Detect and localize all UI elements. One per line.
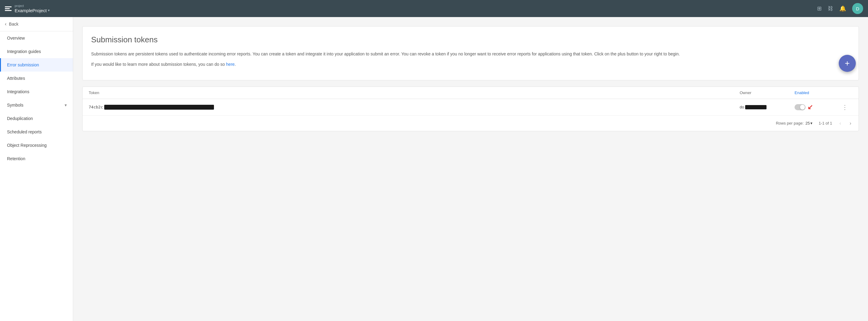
col-header-owner: Owner	[740, 91, 795, 95]
next-page-button[interactable]: ›	[848, 119, 852, 127]
token-prefix: 74cb2c	[89, 105, 103, 109]
toggle-knob	[800, 105, 805, 110]
tokens-table: Token Owner Enabled 74cb2c do	[82, 87, 859, 131]
logo-bar-3	[5, 10, 11, 11]
sidebar-item-integrations[interactable]: Integrations	[0, 85, 73, 98]
enabled-toggle[interactable]	[795, 104, 806, 110]
sidebar-item-scheduled-reports[interactable]: Scheduled reports	[0, 125, 73, 138]
top-navigation: project ExampleProject ▾ ⊞ ⛓ 🔔 D	[0, 0, 868, 17]
sidebar: ‹ Back Overview Integration guides Error…	[0, 17, 73, 321]
bell-icon[interactable]: 🔔	[839, 5, 846, 12]
owner-prefix: do	[740, 105, 744, 109]
content-area: Submission tokens Submission tokens are …	[73, 17, 868, 321]
owner-redacted	[745, 105, 767, 109]
rows-per-page-select[interactable]: 25 ▾	[806, 121, 812, 126]
topnav-right: ⊞ ⛓ 🔔 D	[817, 3, 863, 14]
logo-button[interactable]	[5, 6, 11, 11]
token-value: 74cb2c	[89, 105, 740, 110]
here-link[interactable]: here	[226, 62, 235, 67]
sidebar-item-error-submission[interactable]: Error submission	[0, 58, 73, 71]
token-redacted	[104, 105, 214, 110]
sidebar-item-integration-guides[interactable]: Integration guides	[0, 45, 73, 58]
chevron-down-icon: ▾	[810, 121, 812, 126]
sidebar-back-button[interactable]: ‹ Back	[0, 17, 73, 31]
chevron-down-icon: ▾	[48, 8, 50, 12]
table-row: 74cb2c do ↙ ⋮	[83, 99, 859, 116]
table-header: Token Owner Enabled	[83, 87, 859, 99]
toggle-container: ↙	[795, 103, 837, 111]
sidebar-nav: Overview Integration guides Error submis…	[0, 31, 73, 165]
sidebar-item-deduplication[interactable]: Deduplication	[0, 112, 73, 125]
logo-bar-1	[5, 6, 11, 7]
sidebar-item-object-reprocessing[interactable]: Object Reprocessing	[0, 138, 73, 152]
main-layout: ‹ Back Overview Integration guides Error…	[0, 17, 868, 321]
description-card: Submission tokens Submission tokens are …	[82, 26, 859, 81]
rows-per-page-label: Rows per page:	[776, 121, 804, 126]
description-paragraph-1: Submission tokens are persistent tokens …	[91, 51, 850, 57]
avatar[interactable]: D	[852, 3, 863, 14]
project-label: project	[14, 4, 50, 8]
chevron-down-icon: ▾	[65, 103, 67, 107]
page-title: Submission tokens	[91, 35, 850, 44]
pagination: Rows per page: 25 ▾ 1-1 of 1 ‹ ›	[83, 116, 859, 131]
prev-page-button[interactable]: ‹	[838, 119, 842, 127]
project-name[interactable]: ExampleProject ▾	[14, 8, 50, 13]
page-info: 1-1 of 1	[818, 121, 832, 126]
grid-icon[interactable]: ⊞	[817, 5, 822, 12]
logo-bar-2	[5, 8, 10, 9]
add-token-fab[interactable]: +	[839, 55, 856, 72]
project-info: project ExampleProject ▾	[14, 4, 50, 13]
description-paragraph-2: If you would like to learn more about su…	[91, 61, 850, 68]
back-arrow-icon: ‹	[5, 21, 6, 27]
col-header-token: Token	[89, 91, 740, 95]
link-icon[interactable]: ⛓	[828, 5, 833, 12]
red-arrow-indicator: ↙	[807, 103, 813, 111]
sidebar-item-overview[interactable]: Overview	[0, 31, 73, 45]
back-label: Back	[9, 22, 18, 27]
owner-value: do	[740, 105, 795, 109]
sidebar-item-attributes[interactable]: Attributes	[0, 71, 73, 85]
rows-per-page: Rows per page: 25 ▾	[776, 121, 813, 126]
col-header-enabled: Enabled	[795, 91, 837, 95]
sidebar-item-symbols[interactable]: Symbols ▾	[0, 98, 73, 112]
sidebar-item-retention[interactable]: Retention	[0, 152, 73, 165]
topnav-left: project ExampleProject ▾	[5, 4, 50, 13]
more-options-button[interactable]: ⋮	[837, 103, 852, 111]
